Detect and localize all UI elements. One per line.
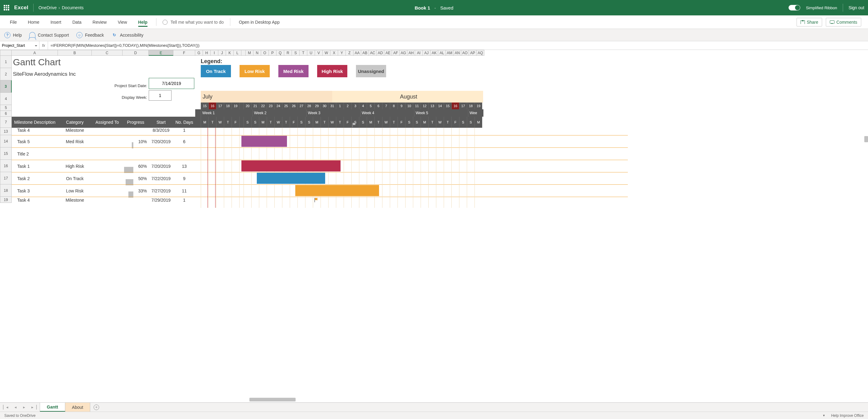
milestone-flag-icon	[314, 198, 318, 202]
date-row: 1516171819202122232425262728293031123456…	[201, 102, 482, 109]
simplified-ribbon-label: Simplified Ribbon	[806, 5, 837, 10]
select-all-corner[interactable]	[0, 50, 12, 56]
milestone-flag-icon	[352, 123, 356, 127]
breadcrumb[interactable]: OneDrive›Documents	[38, 5, 84, 10]
sheet-tab-gantt[interactable]: Gantt	[40, 403, 65, 412]
month-august: August	[332, 91, 483, 102]
simplified-ribbon-toggle[interactable]	[788, 5, 800, 10]
title-bar: Excel OneDrive›Documents Book 1 - Saved …	[0, 0, 868, 15]
tab-help[interactable]: Help	[133, 15, 153, 29]
comments-button[interactable]: Comments	[826, 18, 861, 27]
tab-view[interactable]: View	[112, 15, 132, 29]
tell-me-search[interactable]: Tell me what you want to do	[159, 15, 227, 29]
horizontal-scrollbar[interactable]	[12, 397, 868, 402]
column-headers[interactable]: ABCDEFGHIJKLMNOPQRSTUVWXYZAAABACADAEAFAG…	[12, 50, 484, 56]
tab-review[interactable]: Review	[87, 15, 113, 29]
day-header-row: MTWTFSSMTWTFSSMTWTFSSMTWTFSSMTWTFSSM	[201, 117, 482, 128]
display-week-label: Display Week:	[92, 95, 147, 100]
help-improve-link[interactable]: Help Improve Office	[831, 414, 864, 418]
feedback-button[interactable]: ☺Feedback	[76, 32, 104, 38]
open-in-desktop-link[interactable]: Open in Desktop App	[234, 15, 285, 29]
tab-insert[interactable]: Insert	[45, 15, 67, 29]
app-name: Excel	[14, 5, 28, 11]
company-name: SiteFlow Aerodynamics Inc	[13, 71, 76, 77]
legend-medrisk: Med Risk	[278, 65, 309, 77]
legend-ontrack: On Track	[201, 65, 231, 77]
bar-task3	[295, 185, 379, 196]
legend-unassigned: Unassigned	[356, 65, 386, 77]
tab-file[interactable]: File	[4, 15, 23, 29]
bar-task2	[257, 173, 325, 184]
row-headers[interactable]: 123456713141516171819	[0, 56, 12, 203]
sheet-tab-about[interactable]: About	[65, 403, 91, 412]
help-icon: ?	[4, 32, 10, 38]
formula-bar: Project_Start fx =IFERROR(IF(MIN(Milesto…	[0, 41, 868, 50]
status-bar: Saved to OneDrive ▾Help Improve Office	[0, 412, 868, 419]
person-icon	[29, 32, 35, 38]
ribbon-tabs: File Home Insert Data Review View Help T…	[0, 15, 868, 29]
tab-home[interactable]: Home	[23, 15, 45, 29]
app-launcher-icon[interactable]	[4, 5, 9, 10]
gantt-area	[201, 128, 868, 208]
help-toolbar: ?Help Contact Support ☺Feedback ↻Accessi…	[0, 29, 868, 41]
legend-label: Legend:	[201, 58, 222, 65]
bar-task5	[241, 136, 287, 147]
grid[interactable]: Gantt Chart SiteFlow Aerodynamics Inc Pr…	[12, 56, 868, 402]
sheet-nav[interactable]: ▏◂◂▸▸▕	[0, 403, 40, 412]
table-header: Milestone Description Category Assigned …	[12, 117, 195, 128]
help-button[interactable]: ?Help	[4, 32, 22, 38]
status-text: Saved to OneDrive	[4, 414, 35, 418]
sign-out-link[interactable]: Sign out	[848, 5, 864, 10]
vertical-scrollbar[interactable]	[864, 136, 868, 142]
tab-data[interactable]: Data	[67, 15, 87, 29]
contact-button[interactable]: Contact Support	[29, 32, 69, 38]
share-button[interactable]: Share	[797, 18, 822, 27]
accessibility-button[interactable]: ↻Accessibility	[111, 32, 143, 38]
week-row: Week 1Week 2Week 3Week 4Week 5Wee	[201, 109, 484, 117]
doc-title: Book 1 - Saved	[415, 5, 454, 10]
gantt-title: Gantt Chart	[13, 57, 61, 67]
legend-highrisk: High Risk	[317, 65, 347, 77]
smile-icon: ☺	[76, 32, 83, 38]
display-week-cell[interactable]: 1	[149, 90, 172, 101]
add-sheet-button[interactable]: +	[90, 403, 102, 412]
formula-input[interactable]: =IFERROR(IF(MIN(Milestones[Start])=0,TOD…	[48, 41, 868, 50]
bulb-icon	[162, 20, 167, 25]
legend-lowrisk: Low Risk	[240, 65, 270, 77]
accessibility-icon: ↻	[111, 32, 117, 38]
month-july: July	[201, 91, 241, 102]
fx-icon[interactable]: fx	[39, 41, 48, 50]
share-icon	[801, 20, 805, 24]
worksheet[interactable]: ABCDEFGHIJKLMNOPQRSTUVWXYZAAABACADAEAFAG…	[0, 50, 868, 402]
bar-task1	[241, 160, 341, 171]
comment-icon	[830, 20, 834, 24]
start-date-label: Project Start Date:	[92, 84, 147, 88]
sheet-tab-bar: ▏◂◂▸▸▕ Gantt About +	[0, 402, 868, 412]
start-date-cell[interactable]: 7/14/2019	[149, 78, 194, 89]
name-box[interactable]: Project_Start	[0, 41, 39, 50]
